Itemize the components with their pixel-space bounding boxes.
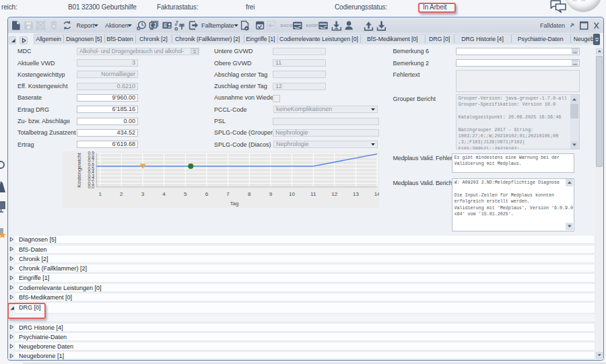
svg-text:13: 13 — [353, 191, 359, 197]
svg-text:KOOP: KOOP — [306, 24, 318, 28]
svg-text:DACOS: DACOS — [281, 24, 296, 28]
svg-text:7: 7 — [226, 191, 230, 197]
svg-text:6: 6 — [205, 191, 209, 197]
svg-text:12: 12 — [331, 191, 337, 197]
svg-text:5: 5 — [184, 191, 187, 197]
svg-text:1: 1 — [98, 191, 102, 197]
svg-text:8: 8 — [248, 191, 251, 197]
svg-text:9: 9 — [269, 191, 273, 197]
svg-text:14: 14 — [374, 191, 379, 197]
svg-text:10: 10 — [289, 191, 295, 197]
svg-text:2: 2 — [120, 191, 123, 197]
svg-text:4: 4 — [162, 191, 166, 197]
svg-text:11: 11 — [310, 191, 316, 197]
svg-text:0.9: 0.9 — [88, 151, 95, 155]
svg-text:3: 3 — [141, 191, 145, 197]
svg-text:Tag: Tag — [230, 201, 239, 207]
svg-text:Kostengewicht: Kostengewicht — [76, 152, 82, 188]
